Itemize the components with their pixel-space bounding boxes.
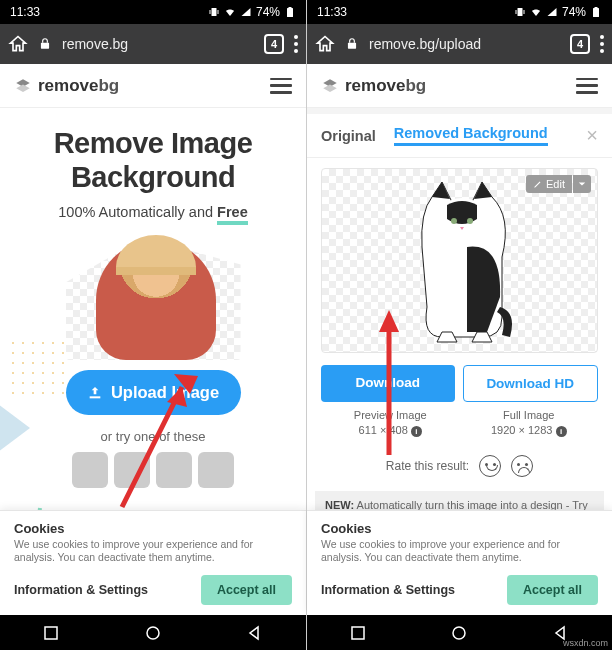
cookie-accept-button[interactable]: Accept all <box>507 575 598 605</box>
chevron-down-icon <box>578 180 586 188</box>
svg-rect-14 <box>523 10 524 14</box>
tab-count[interactable]: 4 <box>570 34 590 54</box>
wifi-icon <box>224 6 236 18</box>
svg-rect-17 <box>348 43 356 49</box>
svg-point-11 <box>147 627 159 639</box>
full-meta: Full Image 1920 × 1283 i <box>460 408 599 439</box>
result-tabs: Original Removed Background × <box>307 114 612 158</box>
site-logo[interactable]: removebg <box>14 76 119 96</box>
sample-thumb[interactable] <box>114 452 150 488</box>
tab-removed-background[interactable]: Removed Background <box>394 125 548 146</box>
sample-thumb[interactable] <box>72 452 108 488</box>
svg-rect-3 <box>287 8 293 17</box>
signal-icon <box>240 6 252 18</box>
svg-rect-4 <box>289 7 292 8</box>
try-text: or try one of these <box>101 429 206 444</box>
status-time: 11:33 <box>10 5 40 19</box>
brand-light: bg <box>98 76 119 95</box>
svg-point-24 <box>453 627 465 639</box>
sample-thumb[interactable] <box>156 452 192 488</box>
nav-recent-icon[interactable] <box>350 625 366 641</box>
browser-menu-icon[interactable] <box>600 35 604 53</box>
full-title: Full Image <box>503 409 554 421</box>
rate-row: Rate this result: <box>307 455 612 477</box>
svg-rect-23 <box>352 627 364 639</box>
edit-button-group: Edit <box>526 175 591 193</box>
preview-image: Edit <box>321 168 598 353</box>
decorative-triangle <box>0 398 30 458</box>
hero-headline: Remove Image Background <box>12 126 294 194</box>
hamburger-icon[interactable] <box>576 78 598 94</box>
cookie-accept-button[interactable]: Accept all <box>201 575 292 605</box>
svg-rect-2 <box>217 10 218 14</box>
cookie-info-button[interactable]: Information & Settings <box>14 583 148 597</box>
svg-rect-12 <box>517 8 522 16</box>
tab-count[interactable]: 4 <box>264 34 284 54</box>
headline-line1: Remove Image <box>54 127 253 159</box>
browser-menu-icon[interactable] <box>294 35 298 53</box>
nav-recent-icon[interactable] <box>43 625 59 641</box>
upload-image-button[interactable]: Upload Image <box>66 370 241 415</box>
sample-thumb[interactable] <box>198 452 234 488</box>
svg-rect-13 <box>515 10 516 14</box>
status-icons: 74% <box>208 5 296 19</box>
rate-sad-icon[interactable] <box>511 455 533 477</box>
status-bar: 11:33 74% <box>0 0 306 24</box>
address-bar[interactable]: remove.bg/upload <box>369 36 560 52</box>
nav-home-icon[interactable] <box>145 625 161 641</box>
svg-rect-0 <box>211 8 216 16</box>
sample-thumbs <box>12 452 294 488</box>
svg-rect-16 <box>595 7 598 8</box>
signal-icon <box>546 6 558 18</box>
cookie-info-button[interactable]: Information & Settings <box>321 583 455 597</box>
edit-label: Edit <box>546 178 565 190</box>
address-bar[interactable]: remove.bg <box>62 36 254 52</box>
home-icon[interactable] <box>8 34 28 54</box>
edit-dropdown[interactable] <box>573 175 591 193</box>
svg-rect-10 <box>45 627 57 639</box>
decorative-dots <box>8 338 68 398</box>
lock-icon <box>38 37 52 51</box>
vibrate-icon <box>208 6 220 18</box>
download-meta: Preview Image 611 × 408 i Full Image 192… <box>307 402 612 439</box>
watermark: wsxdn.com <box>563 638 608 648</box>
site-header: removebg <box>307 64 612 108</box>
status-battery: 74% <box>256 5 280 19</box>
nav-back-icon[interactable] <box>247 625 263 641</box>
cookie-banner: Cookies We use cookies to improve your e… <box>307 510 612 615</box>
tab-original[interactable]: Original <box>321 128 376 144</box>
close-icon[interactable]: × <box>586 124 598 147</box>
site-logo[interactable]: removebg <box>321 76 426 96</box>
svg-rect-15 <box>593 8 599 17</box>
hamburger-icon[interactable] <box>270 78 292 94</box>
try-line: or try one of these <box>12 429 294 444</box>
cookie-title: Cookies <box>321 521 598 536</box>
hero-image <box>66 240 241 360</box>
hero-subtitle: 100% Automatically and Free <box>12 204 294 220</box>
cookie-title: Cookies <box>14 521 292 536</box>
svg-point-19 <box>451 218 457 224</box>
sub-free: Free <box>217 204 248 225</box>
battery-icon <box>284 6 296 18</box>
wifi-icon <box>530 6 542 18</box>
cat-image <box>392 177 532 347</box>
lock-icon <box>345 37 359 51</box>
download-button[interactable]: Download <box>321 365 455 402</box>
vibrate-icon <box>514 6 526 18</box>
info-icon[interactable]: i <box>411 426 422 437</box>
preview-title: Preview Image <box>354 409 427 421</box>
cookie-text: We use cookies to improve your experienc… <box>14 538 292 565</box>
nav-home-icon[interactable] <box>451 625 467 641</box>
home-icon[interactable] <box>315 34 335 54</box>
cookie-banner: Cookies We use cookies to improve your e… <box>0 510 306 615</box>
rate-happy-icon[interactable] <box>479 455 501 477</box>
site-header: removebg <box>0 64 306 108</box>
brand-bold: remove <box>345 76 405 95</box>
left-phone: 11:33 74% remove.bg 4 removebg Remove Im… <box>0 0 306 650</box>
info-icon[interactable]: i <box>556 426 567 437</box>
download-hd-button[interactable]: Download HD <box>463 365 599 402</box>
svg-rect-5 <box>41 43 49 49</box>
status-bar: 11:33 74% <box>307 0 612 24</box>
upload-label: Upload Image <box>111 383 219 402</box>
edit-button[interactable]: Edit <box>526 175 572 193</box>
